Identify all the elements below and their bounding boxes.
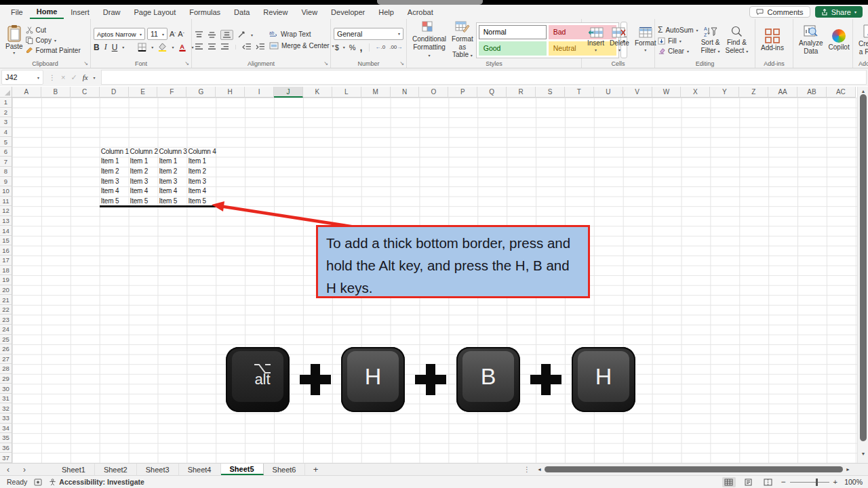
column-header-p[interactable]: P [448, 87, 477, 98]
merge-center-button[interactable]: Merge & Center ▾ [269, 42, 334, 49]
decrease-font-button[interactable]: Aˇ [178, 30, 184, 38]
row-header-19[interactable]: 19 [0, 275, 12, 285]
column-header-d[interactable]: D [100, 87, 129, 98]
zoom-in-icon[interactable]: + [833, 478, 837, 486]
clear-button[interactable]: Clear ▾ [658, 47, 698, 55]
align-middle-icon[interactable] [208, 31, 216, 39]
row-header-15[interactable]: 15 [0, 236, 12, 246]
ribbon-tab-help[interactable]: Help [372, 5, 401, 19]
align-right-icon[interactable] [220, 43, 229, 51]
font-name-select[interactable]: Aptos Narrow▾ [94, 28, 145, 40]
column-header-r[interactable]: R [507, 87, 536, 98]
autosum-button[interactable]: Σ AutoSum ▾ [658, 25, 698, 35]
sheet-tab-sheet1[interactable]: Sheet1 [53, 464, 95, 475]
row-header-9[interactable]: 9 [0, 177, 12, 187]
currency-button[interactable]: $ [335, 43, 339, 52]
row-header-21[interactable]: 21 [0, 295, 12, 305]
row-header-12[interactable]: 12 [0, 206, 12, 216]
alignment-dialog-launcher[interactable]: ↘ [323, 61, 328, 66]
font-size-select[interactable]: 11▾ [147, 28, 167, 40]
select-all-corner[interactable] [0, 87, 12, 98]
ribbon-tab-view[interactable]: View [294, 5, 324, 19]
conditional-formatting-button[interactable]: ConditionalFormatting ▾ [410, 21, 449, 59]
page-break-view-button[interactable] [762, 477, 775, 487]
bold-button[interactable]: B [94, 43, 100, 52]
align-top-icon[interactable] [195, 31, 203, 39]
column-header-ab[interactable]: AB [797, 87, 827, 98]
clipboard-dialog-launcher[interactable]: ↘ [83, 61, 88, 66]
cut-button[interactable]: Cut [26, 26, 81, 34]
column-header-m[interactable]: M [361, 87, 391, 98]
column-header-x[interactable]: X [681, 87, 710, 98]
zoom-percentage[interactable]: 100% [844, 478, 863, 486]
macro-record-icon[interactable] [34, 479, 42, 486]
fill-button[interactable]: Fill ▾ [658, 37, 698, 45]
decrease-decimal-button[interactable]: .00→ [389, 44, 402, 50]
zoom-track[interactable] [790, 482, 829, 483]
format-as-table-button[interactable]: Format asTable ▾ [449, 21, 476, 59]
row-header-5[interactable]: 5 [0, 137, 12, 147]
horizontal-scrollbar-thumb[interactable] [545, 466, 843, 472]
add-sheet-button[interactable]: + [305, 464, 326, 475]
row-header-36[interactable]: 36 [0, 443, 12, 453]
number-dialog-launcher[interactable]: ↘ [399, 61, 404, 66]
horizontal-scrollbar[interactable]: ◄ ► [534, 464, 868, 475]
row-header-29[interactable]: 29 [0, 374, 12, 384]
row-header-35[interactable]: 35 [0, 433, 12, 443]
copy-button[interactable]: Copy ▾ [26, 37, 81, 44]
ribbon-tab-data[interactable]: Data [227, 5, 256, 19]
font-dialog-launcher[interactable]: ↘ [184, 61, 189, 66]
column-header-q[interactable]: Q [477, 87, 507, 98]
ribbon-tab-draw[interactable]: Draw [96, 5, 127, 19]
ribbon-tab-file[interactable]: File [4, 5, 30, 19]
column-header-h[interactable]: H [216, 87, 245, 98]
align-bottom-button[interactable] [220, 30, 233, 40]
row-header-37[interactable]: 37 [0, 453, 12, 463]
prev-sheet-button[interactable]: ‹ [0, 464, 16, 475]
row-header-33[interactable]: 33 [0, 413, 12, 424]
row-header-30[interactable]: 30 [0, 384, 12, 394]
column-header-t[interactable]: T [565, 87, 594, 98]
comma-button[interactable]: , [360, 42, 363, 53]
accessibility-status[interactable]: Accessibility: Investigate [49, 478, 144, 486]
row-header-4[interactable]: 4 [0, 127, 12, 138]
column-header-o[interactable]: O [419, 87, 448, 98]
ribbon-tab-acrobat[interactable]: Acrobat [401, 5, 440, 19]
ribbon-tab-page-layout[interactable]: Page Layout [127, 5, 182, 19]
column-header-w[interactable]: W [652, 87, 682, 98]
tab-splitter-handle[interactable]: ⋮ [519, 464, 534, 475]
percent-button[interactable]: % [349, 43, 356, 52]
sheet-tab-sheet4[interactable]: Sheet4 [179, 464, 221, 475]
ribbon-tab-formulas[interactable]: Formulas [182, 5, 227, 19]
row-header-18[interactable]: 18 [0, 266, 12, 276]
decrease-indent-icon[interactable] [242, 43, 252, 51]
sheet-tab-sheet5[interactable]: Sheet5 [221, 464, 264, 475]
addins-button[interactable]: Add-ins [758, 28, 787, 52]
column-header-b[interactable]: B [41, 87, 71, 98]
borders-button[interactable] [138, 43, 146, 52]
column-header-z[interactable]: Z [739, 87, 768, 98]
row-header-2[interactable]: 2 [0, 108, 12, 118]
row-header-14[interactable]: 14 [0, 226, 12, 236]
column-header-s[interactable]: S [536, 87, 565, 98]
increase-indent-icon[interactable] [256, 43, 265, 51]
zoom-slider[interactable]: − + [781, 477, 837, 487]
format-painter-button[interactable]: Format Painter [26, 47, 81, 54]
row-header-22[interactable]: 22 [0, 305, 12, 315]
vertical-scrollbar-thumb[interactable] [860, 94, 867, 441]
column-header-k[interactable]: K [303, 87, 332, 98]
style-good[interactable]: Good [479, 41, 547, 56]
zoom-handle[interactable] [816, 479, 818, 486]
row-header-32[interactable]: 32 [0, 403, 12, 413]
row-header-25[interactable]: 25 [0, 335, 12, 345]
row-header-31[interactable]: 31 [0, 394, 12, 404]
scroll-right-icon[interactable]: ► [843, 467, 853, 472]
sort-filter-button[interactable]: AZ Sort &Filter ▾ [698, 26, 723, 54]
row-header-27[interactable]: 27 [0, 354, 12, 365]
row-header-7[interactable]: 7 [0, 157, 12, 167]
align-left-icon[interactable] [195, 43, 203, 51]
ribbon-tab-insert[interactable]: Insert [64, 5, 96, 19]
row-header-3[interactable]: 3 [0, 117, 12, 127]
fill-color-button[interactable] [158, 43, 167, 52]
copilot-button[interactable]: Copilot [826, 29, 852, 52]
